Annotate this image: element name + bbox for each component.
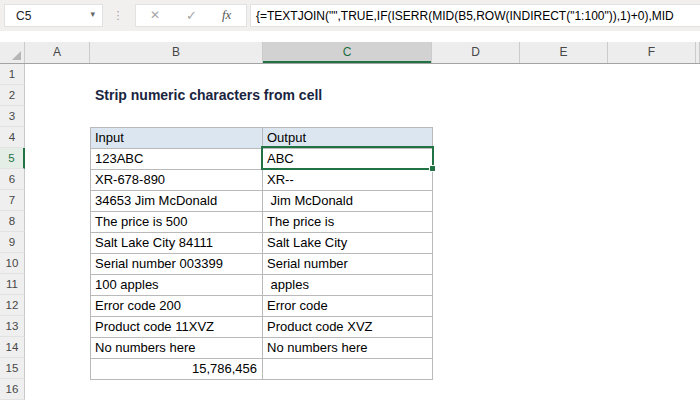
table-row: No numbers hereNo numbers here <box>91 338 433 359</box>
output-cell[interactable]: ABC <box>263 149 433 170</box>
input-cell[interactable]: The price is 500 <box>91 212 263 233</box>
output-cell[interactable]: XR-- <box>263 170 433 191</box>
row-header-12[interactable]: 12 <box>0 295 25 316</box>
column-header-e[interactable]: E <box>520 42 608 63</box>
row-header-10[interactable]: 10 <box>0 253 25 274</box>
insert-function-icon[interactable]: fx <box>222 7 231 23</box>
input-cell[interactable]: 123ABC <box>91 149 263 170</box>
table-row: Product code 11XVZProduct code XVZ <box>91 317 433 338</box>
data-table: InputOutput123ABCABCXR-678-890XR--34653 … <box>90 127 433 380</box>
table-row: Salt Lake City 84111Salt Lake City <box>91 233 433 254</box>
column-header-partial[interactable] <box>696 42 700 63</box>
row-header-7[interactable]: 7 <box>0 190 25 211</box>
row-header-9[interactable]: 9 <box>0 232 25 253</box>
column-header-b[interactable]: B <box>90 42 263 63</box>
output-cell[interactable]: Error code <box>263 296 433 317</box>
excel-window: C5 ▾ ⋮ ✕ ✓ fx {=TEXTJOIN("",TRUE,IF(ISER… <box>0 0 700 400</box>
input-cell[interactable]: Salt Lake City 84111 <box>91 233 263 254</box>
chevron-down-icon[interactable]: ▾ <box>90 9 95 19</box>
table-row: 123ABCABC <box>91 149 433 170</box>
formula-text: {=TEXTJOIN("",TRUE,IF(ISERR(MID(B5,ROW(I… <box>256 9 674 23</box>
input-cell[interactable]: No numbers here <box>91 338 263 359</box>
row-header-6[interactable]: 6 <box>0 169 25 190</box>
output-cell[interactable]: Serial number <box>263 254 433 275</box>
formula-buttons: ✕ ✓ fx <box>135 4 247 27</box>
input-cell[interactable]: Product code 11XVZ <box>91 317 263 338</box>
table-row: The price is 500The price is <box>91 212 433 233</box>
worksheet-title[interactable]: Strip numeric characters from cell <box>95 87 322 103</box>
ellipsis-separator-icon: ⋮ <box>112 3 124 27</box>
table-row: Error code 200Error code <box>91 296 433 317</box>
table-row: 15,786,456 <box>91 359 433 380</box>
formula-input[interactable]: {=TEXTJOIN("",TRUE,IF(ISERR(MID(B5,ROW(I… <box>250 4 700 27</box>
output-cell[interactable]: The price is <box>263 212 433 233</box>
row-header-11[interactable]: 11 <box>0 274 25 295</box>
table-row: 100 apples apples <box>91 275 433 296</box>
column-headers: ABCDEF <box>0 42 700 64</box>
output-cell[interactable]: Salt Lake City <box>263 233 433 254</box>
formula-bar: C5 ▾ ⋮ ✕ ✓ fx {=TEXTJOIN("",TRUE,IF(ISER… <box>0 0 700 31</box>
row-header-16[interactable]: 16 <box>0 379 25 400</box>
table-row: 34653 Jim McDonald Jim McDonald <box>91 191 433 212</box>
row-header-2[interactable]: 2 <box>0 85 25 106</box>
output-cell[interactable]: Product code XVZ <box>263 317 433 338</box>
input-cell[interactable]: 15,786,456 <box>91 359 263 380</box>
enter-icon[interactable]: ✓ <box>186 8 197 23</box>
input-cell[interactable]: Error code 200 <box>91 296 263 317</box>
column-header-a[interactable]: A <box>25 42 90 63</box>
name-box-value: C5 <box>16 9 31 23</box>
column-header-d[interactable]: D <box>432 42 520 63</box>
select-all-corner[interactable] <box>0 42 25 63</box>
table-row: Serial number 003399Serial number <box>91 254 433 275</box>
input-cell[interactable]: 100 apples <box>91 275 263 296</box>
cancel-icon[interactable]: ✕ <box>150 8 160 22</box>
row-header-14[interactable]: 14 <box>0 337 25 358</box>
input-cell[interactable]: XR-678-890 <box>91 170 263 191</box>
output-cell[interactable]: Jim McDonald <box>263 191 433 212</box>
table-header-cell[interactable]: Output <box>263 128 433 149</box>
row-header-5[interactable]: 5 <box>0 148 25 169</box>
column-header-c[interactable]: C <box>263 42 432 63</box>
output-cell[interactable]: apples <box>263 275 433 296</box>
table-row: XR-678-890XR-- <box>91 170 433 191</box>
input-cell[interactable]: 34653 Jim McDonald <box>91 191 263 212</box>
row-header-4[interactable]: 4 <box>0 127 25 148</box>
name-box[interactable]: C5 ▾ <box>4 4 103 27</box>
row-header-8[interactable]: 8 <box>0 211 25 232</box>
output-cell[interactable] <box>263 359 433 380</box>
input-cell[interactable]: Serial number 003399 <box>91 254 263 275</box>
fill-handle[interactable] <box>429 165 436 172</box>
table-header-row: InputOutput <box>91 128 433 149</box>
row-headers: 12345678910111213141516 <box>0 64 25 400</box>
output-cell[interactable]: No numbers here <box>263 338 433 359</box>
row-header-3[interactable]: 3 <box>0 106 25 127</box>
table-header-cell[interactable]: Input <box>91 128 263 149</box>
row-header-1[interactable]: 1 <box>0 64 25 85</box>
select-all-icon <box>12 51 21 60</box>
column-header-f[interactable]: F <box>608 42 696 63</box>
row-header-15[interactable]: 15 <box>0 358 25 379</box>
row-header-13[interactable]: 13 <box>0 316 25 337</box>
